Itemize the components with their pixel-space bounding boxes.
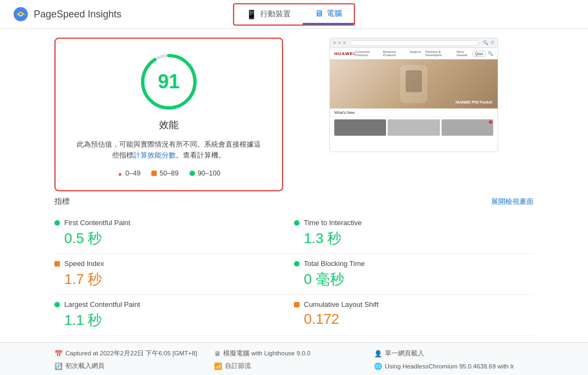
logo-area: PageSpeed Insights xyxy=(13,7,121,22)
metric-fcp-name-row: First Contentful Paint xyxy=(54,219,294,227)
thumb-3 xyxy=(442,119,493,136)
footer-info: 📅 Captured at 2022年2月22日 下午6:05 [GMT+8] … xyxy=(0,342,588,375)
desktop-icon: 🖥 xyxy=(315,9,323,19)
metric-tti-name-row: Time to Interactive xyxy=(294,219,534,227)
score-calc-link[interactable]: 計算效能分數 xyxy=(133,152,176,159)
legend-orange: 50–89 xyxy=(151,170,179,177)
metrics-grid: First Contentful Paint 0.5 秒 Time to Int… xyxy=(54,213,534,336)
thumb-1 xyxy=(334,119,386,136)
thumb-2 xyxy=(388,119,439,136)
metric-tbt-value: 0 毫秒 xyxy=(294,270,534,289)
app-title: PageSpeed Insights xyxy=(34,9,121,20)
hero-text: HUAWEI P50 Pocket xyxy=(456,100,492,104)
footer-captured: 📅 Captured at 2022年2月22日 下午6:05 [GMT+8] xyxy=(54,348,214,359)
metric-tti-label: Time to Interactive xyxy=(304,219,362,227)
score-circle: 91 xyxy=(139,52,199,112)
orange-square-icon xyxy=(151,171,157,176)
metric-lcp-name-row: Largest Contentful Paint xyxy=(54,300,294,309)
browser-dot-1 xyxy=(333,41,336,44)
score-card: 91 效能 此為預估值，可能與實際情況有所不同。系統會直接根據這些指標計算效能分… xyxy=(54,38,283,191)
browser-bar: 🔍 ☰ xyxy=(330,38,498,48)
metric-tbt-name-row: Total Blocking Time xyxy=(294,259,534,268)
metric-tti: Time to Interactive 1.3 秒 xyxy=(294,213,534,254)
metric-fcp-label: First Contentful Paint xyxy=(64,219,130,227)
metrics-title: 指標 xyxy=(54,197,70,207)
person-icon: 👤 xyxy=(374,350,382,358)
huawei-logo: HUAWEI xyxy=(334,51,355,56)
legend-green: 90–100 xyxy=(189,170,220,177)
preview-area: 🔍 ☰ HUAWEI Consumer Products Business Pr… xyxy=(294,38,534,191)
phone-screen xyxy=(406,70,422,92)
phone-silhouette xyxy=(400,65,427,103)
metric-fcp-value: 0.5 秒 xyxy=(54,229,294,248)
score-legend: ▲ 0–49 50–89 90–100 xyxy=(117,170,220,177)
metric-lcp: Largest Contentful Paint 1.1 秒 xyxy=(54,295,294,336)
refresh-icon: 🔃 xyxy=(54,362,63,370)
pagespeed-logo-icon xyxy=(13,7,28,22)
tab-switcher: 📱 行動裝置 🖥 電腦 xyxy=(233,3,355,26)
tab-mobile[interactable]: 📱 行動裝置 xyxy=(234,5,303,24)
footer-throttle: 📶 自訂節流 xyxy=(214,361,373,371)
metric-lcp-label: Largest Contentful Paint xyxy=(64,300,140,309)
red-triangle-icon: ▲ xyxy=(117,171,122,177)
metric-tbt-dot xyxy=(294,261,299,267)
metric-cls-label: Cumulative Layout Shift xyxy=(304,300,378,309)
calendar-icon: 📅 xyxy=(54,350,63,358)
footer-emulated: 🖥 模擬電腦 with Lighthouse 9.0.0 xyxy=(214,348,373,359)
huawei-nav: Consumer Products Business Products Supp… xyxy=(355,50,473,57)
metrics-header: 指標 展開檢視畫面 xyxy=(54,197,534,207)
performance-score: 91 xyxy=(158,70,180,93)
chrome-icon: 🌐 xyxy=(374,362,382,370)
menu-icon: ☰ xyxy=(491,40,494,45)
metrics-section: 指標 展開檢視畫面 First Contentful Paint 0.5 秒 T… xyxy=(0,191,588,336)
metric-tti-value: 1.3 秒 xyxy=(294,229,534,248)
preview-content: HUAWEI Consumer Products Business Produc… xyxy=(330,48,498,152)
score-label: 效能 xyxy=(159,118,179,131)
website-preview: 🔍 ☰ HUAWEI Consumer Products Business Pr… xyxy=(329,38,498,152)
tab-desktop-label: 電腦 xyxy=(327,9,342,19)
metric-si-name-row: Speed Index xyxy=(54,259,294,268)
huawei-header: HUAWEI Consumer Products Business Produc… xyxy=(330,48,498,59)
mobile-icon: 📱 xyxy=(246,9,257,20)
whats-new-section: What's New xyxy=(330,108,498,117)
footer-grid: 📅 Captured at 2022年2月22日 下午6:05 [GMT+8] … xyxy=(54,348,534,371)
legend-red: ▲ 0–49 xyxy=(117,170,140,177)
thumbnail-row xyxy=(330,117,498,138)
metric-lcp-value: 1.1 秒 xyxy=(54,311,294,330)
metric-si-label: Speed Index xyxy=(64,259,104,268)
green-circle-icon xyxy=(189,171,195,176)
metric-tti-dot xyxy=(294,220,299,226)
metric-cls-dot xyxy=(294,302,299,307)
metric-fcp-dot xyxy=(54,220,60,226)
metric-cls-value: 0.172 xyxy=(294,311,534,328)
monitor-icon: 🖥 xyxy=(214,350,220,358)
metric-lcp-dot xyxy=(54,302,60,307)
metric-cls: Cumulative Layout Shift 0.172 xyxy=(294,295,534,336)
tab-mobile-label: 行動裝置 xyxy=(260,9,291,19)
metric-tbt: Total Blocking Time 0 毫秒 xyxy=(294,254,534,295)
browser-dot-2 xyxy=(338,41,341,44)
footer-single-load: 👤 單一網頁載入 xyxy=(374,348,534,359)
main-content: 91 效能 此為預估值，可能與實際情況有所不同。系統會直接根據這些指標計算效能分… xyxy=(0,29,588,191)
score-description: 此為預估值，可能與實際情況有所不同。系統會直接根據這些指標計算效能分數。查看計算… xyxy=(75,139,262,161)
footer-headless: 🌐 Using HeadlessChromium 95.0.4638.69 wi… xyxy=(374,361,534,371)
expand-link[interactable]: 展開檢視畫面 xyxy=(491,197,534,207)
browser-dot-3 xyxy=(343,41,346,44)
footer-first-load: 🔃 初次載入網頁 xyxy=(54,361,214,371)
metric-si: Speed Index 1.7 秒 xyxy=(54,254,294,295)
red-badge xyxy=(489,120,492,124)
address-bar xyxy=(350,40,479,46)
metric-si-dot xyxy=(54,261,60,267)
metric-cls-name-row: Cumulative Layout Shift xyxy=(294,300,534,309)
huawei-hero: HUAWEI P50 Pocket xyxy=(330,59,498,108)
metric-fcp: First Contentful Paint 0.5 秒 xyxy=(54,213,294,254)
huawei-header-actions: Qsui 🔍 xyxy=(473,51,493,57)
search-icon: 🔍 xyxy=(483,40,488,45)
header: PageSpeed Insights 📱 行動裝置 🖥 電腦 xyxy=(0,0,588,29)
metric-si-value: 1.7 秒 xyxy=(54,270,294,289)
metric-tbt-label: Total Blocking Time xyxy=(304,259,365,268)
tab-desktop[interactable]: 🖥 電腦 xyxy=(303,4,354,25)
wifi-icon: 📶 xyxy=(214,362,222,370)
svg-point-2 xyxy=(20,13,22,16)
